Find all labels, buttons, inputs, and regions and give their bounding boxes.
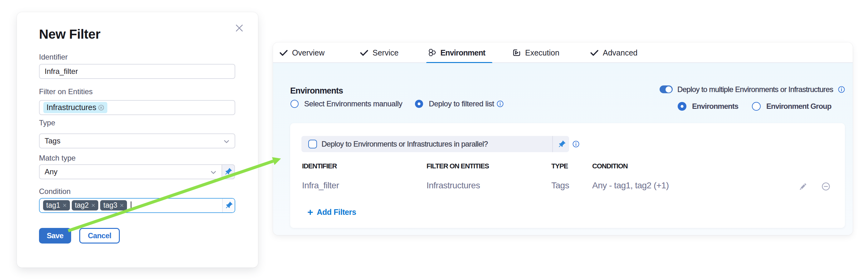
match-type-value: Any	[44, 168, 57, 176]
col-type: TYPE	[551, 162, 568, 170]
row-entities: Infrastructures	[427, 180, 480, 190]
radio-environments[interactable]	[678, 102, 686, 111]
environments-heading: Environments	[290, 86, 343, 96]
execution-play-icon	[512, 49, 521, 57]
filters-card: Deploy to Environments or Infrastructure…	[290, 123, 845, 228]
parallel-label: Deploy to Environments or Infrastructure…	[321, 140, 488, 148]
condition-tag: tag3 ×	[100, 200, 127, 210]
info-icon[interactable]	[572, 141, 579, 147]
radio-deploy-filtered[interactable]	[415, 100, 423, 108]
tab-execution[interactable]: Execution	[512, 42, 559, 63]
type-select[interactable]: Tags	[39, 134, 235, 148]
pin-icon	[224, 201, 233, 210]
row-identifier: Infra_filter	[302, 180, 339, 190]
check-icon	[360, 49, 368, 57]
col-condition: CONDITION	[592, 162, 628, 170]
match-type-select[interactable]: Any	[39, 164, 221, 179]
new-filter-dialog: New Filter Identifier Infra_filter Filte…	[17, 12, 258, 268]
parallel-checkbox[interactable]	[308, 140, 317, 148]
remove-filter-icon[interactable]	[822, 182, 830, 190]
deploy-multiple-toggle-label: Deploy to multiple Environments or Infra…	[677, 85, 833, 94]
environment-hexagons-icon	[429, 49, 436, 56]
tag-remove-icon[interactable]: ×	[63, 202, 67, 209]
condition-tag: tag1 ×	[43, 200, 70, 210]
row-type: Tags	[551, 180, 569, 190]
close-icon[interactable]	[233, 22, 246, 35]
chevron-down-icon	[223, 138, 230, 145]
environment-tab-content: Environments Select Environments manuall…	[273, 63, 853, 235]
type-label: Type	[39, 118, 55, 127]
chevron-down-icon	[210, 169, 217, 176]
entities-chip: Infrastructures	[43, 102, 107, 113]
chip-remove-icon[interactable]	[98, 105, 104, 110]
parallel-option-box: Deploy to Environments or Infrastructure…	[301, 136, 569, 152]
screen: New Filter Identifier Infra_filter Filte…	[0, 0, 868, 280]
radio-environment-group[interactable]	[752, 102, 761, 111]
identifier-value: Infra_filter	[44, 67, 78, 76]
pin-icon	[224, 168, 232, 176]
plus-icon: +	[307, 207, 313, 217]
add-filters-button[interactable]: + Add Filters	[307, 208, 356, 217]
deploy-multiple-toggle[interactable]	[659, 85, 673, 93]
info-icon[interactable]	[497, 100, 503, 107]
radio-environment-group-label: Environment Group	[766, 102, 831, 111]
condition-tag: tag2 ×	[72, 200, 99, 210]
radio-select-manually[interactable]	[290, 100, 299, 108]
dialog-title: New Filter	[39, 27, 100, 42]
identifier-label: Identifier	[39, 53, 68, 62]
check-icon	[280, 49, 288, 57]
info-icon[interactable]	[838, 86, 845, 93]
tab-overview[interactable]: Overview	[280, 42, 324, 63]
save-button[interactable]: Save	[39, 228, 71, 244]
condition-input[interactable]: tag1 × tag2 × tag3 ×	[39, 198, 235, 213]
match-type-pin-button[interactable]	[221, 164, 235, 179]
type-value: Tags	[44, 137, 61, 145]
pipeline-stage-panel: Overview Service Environment	[273, 42, 853, 235]
tab-environment[interactable]: Environment	[429, 42, 485, 63]
radio-select-manually-label: Select Environments manually	[304, 100, 402, 108]
tab-advanced[interactable]: Advanced	[590, 42, 638, 63]
condition-label: Condition	[39, 187, 70, 196]
divider	[552, 136, 553, 152]
col-filter-on-entities: FILTER ON ENTITIES	[427, 162, 489, 170]
edit-filter-icon[interactable]	[799, 182, 807, 190]
radio-deploy-filtered-label: Deploy to filtered list	[429, 100, 494, 108]
cancel-button[interactable]: Cancel	[79, 228, 120, 244]
check-icon	[590, 49, 598, 57]
match-type-label: Match type	[39, 154, 75, 163]
toggle-knob	[665, 86, 672, 93]
row-condition: Any - tag1, tag2 (+1)	[592, 180, 669, 190]
radio-environments-label: Environments	[692, 102, 738, 111]
identifier-input[interactable]: Infra_filter	[39, 64, 235, 79]
tab-service[interactable]: Service	[360, 42, 398, 63]
pin-icon	[557, 140, 566, 149]
col-identifier: IDENTIFIER	[302, 162, 337, 170]
tag-remove-icon[interactable]: ×	[120, 202, 124, 209]
text-cursor	[131, 202, 131, 210]
parallel-pin-button[interactable]	[557, 140, 566, 151]
condition-pin-button[interactable]	[222, 199, 235, 212]
entities-label: Filter on Entities	[39, 87, 93, 96]
stage-tabbar: Overview Service Environment	[273, 42, 853, 63]
tag-remove-icon[interactable]: ×	[91, 202, 95, 209]
match-type-group: Any	[39, 164, 235, 179]
entities-input[interactable]: Infrastructures	[39, 100, 235, 115]
